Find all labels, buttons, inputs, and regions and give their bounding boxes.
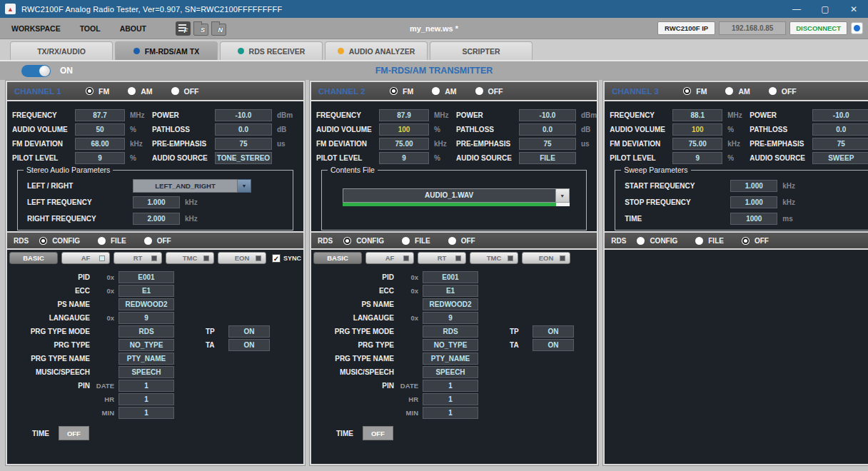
fm-deviation-field[interactable]: 75.00	[379, 138, 429, 150]
ta-field[interactable]: ON	[228, 339, 270, 351]
prg-type-field[interactable]: NO_TYPE	[423, 339, 478, 351]
tab-scripter[interactable]: SCRIPTER	[430, 41, 533, 60]
power-field[interactable]: -10.0	[519, 109, 576, 121]
sync-checkbox[interactable]: ✓SYNC	[272, 254, 301, 263]
rds-tab-af[interactable]: AF	[365, 252, 414, 264]
ta-field[interactable]: ON	[533, 339, 574, 351]
tab-tx-rx-audio[interactable]: TX/RX/AUDIO	[10, 41, 113, 60]
ecc-field[interactable]: E1	[423, 285, 478, 297]
rds-tab-basic[interactable]: BASIC	[9, 252, 58, 264]
ch1-mode-option-off[interactable]: OFF	[171, 87, 199, 96]
pre-emphasis-field[interactable]: 75	[215, 138, 272, 150]
audio-source-field[interactable]: FILE	[519, 152, 576, 164]
langauge-field[interactable]: 9	[118, 312, 174, 324]
left-frequency-field[interactable]: 1.000	[133, 196, 180, 208]
disconnect-button[interactable]: DISCONNECT	[789, 21, 847, 35]
music-speech-field[interactable]: SPEECH	[423, 366, 478, 378]
close-button[interactable]: ✕	[839, 0, 868, 18]
ch1-rds-option-off[interactable]: OFF	[144, 237, 171, 245]
ch1-mode-option-am[interactable]: AM	[128, 87, 152, 96]
prg-type-mode-field[interactable]: RDS	[118, 325, 174, 338]
ch1-rds-option-file[interactable]: FILE	[98, 237, 126, 245]
tab-rds-receiver[interactable]: RDS RECEIVER	[220, 41, 323, 60]
pin-field[interactable]: 1	[118, 380, 174, 392]
ps-name-field[interactable]: REDWOOD2	[423, 298, 478, 310]
minimize-button[interactable]: —	[782, 0, 811, 18]
prg-type-mode-field[interactable]: RDS	[423, 325, 478, 338]
right-frequency-field[interactable]: 2.000	[133, 213, 180, 225]
power-field[interactable]: -10.0	[215, 109, 272, 121]
ch3-mode-option-am[interactable]: AM	[725, 87, 750, 96]
fm-deviation-field[interactable]: 68.00	[75, 138, 125, 150]
ps-name-field[interactable]: REDWOOD2	[118, 298, 174, 310]
hr-field[interactable]: 1	[423, 393, 478, 405]
ch2-mode-option-am[interactable]: AM	[432, 87, 456, 96]
fm-deviation-field[interactable]: 75.00	[672, 138, 722, 150]
prg-type-name-field[interactable]: PTY_NAME	[118, 353, 174, 365]
ch3-mode-option-off[interactable]: OFF	[769, 87, 797, 96]
pilot-level-field[interactable]: 9	[672, 152, 722, 164]
pathloss-field[interactable]: 0.0	[215, 123, 272, 136]
audio-volume-field[interactable]: 100	[672, 123, 722, 136]
menu-workspace[interactable]: WORKSPACE	[11, 24, 61, 33]
ip-address-field[interactable]: 192.168.0.85	[719, 21, 786, 35]
start-frequency-field[interactable]: 1.000	[730, 180, 777, 192]
frequency-field[interactable]: 87.7	[75, 109, 125, 121]
tp-field[interactable]: ON	[228, 325, 270, 338]
rds-tab-tmc[interactable]: TMC	[470, 252, 518, 264]
rds-tab-eon[interactable]: EON	[218, 252, 266, 264]
pre-emphasis-field[interactable]: 75	[812, 138, 868, 150]
time-toggle-button[interactable]: OFF	[363, 426, 393, 440]
tp-field[interactable]: ON	[533, 325, 574, 338]
music-speech-field[interactable]: SPEECH	[118, 366, 174, 378]
time-toggle-button[interactable]: OFF	[59, 426, 89, 440]
pid-field[interactable]: E001	[118, 271, 174, 283]
rds-tab-basic[interactable]: BASIC	[313, 252, 362, 264]
pid-field[interactable]: E001	[423, 271, 478, 283]
frequency-list-icon[interactable]: F	[176, 21, 191, 36]
frequency-field[interactable]: 87.9	[379, 109, 429, 121]
save-workspace-icon[interactable]: S	[193, 24, 208, 36]
audio-volume-field[interactable]: 50	[75, 123, 125, 136]
pathloss-field[interactable]: 0.0	[812, 123, 868, 136]
min-field[interactable]: 1	[118, 407, 174, 419]
frequency-field[interactable]: 88.1	[672, 109, 722, 121]
ch3-rds-option-file[interactable]: FILE	[695, 237, 724, 245]
menu-about[interactable]: ABOUT	[120, 24, 146, 33]
tab-fm-rds-am-tx[interactable]: FM-RDS/AM TX	[115, 41, 218, 60]
ch2-mode-option-off[interactable]: OFF	[475, 87, 503, 96]
left-right-dropdown[interactable]: LEFT_AND_RIGHT▼	[133, 179, 251, 193]
pin-field[interactable]: 1	[423, 380, 478, 392]
stop-frequency-field[interactable]: 1.000	[730, 196, 777, 208]
pre-emphasis-field[interactable]: 75	[519, 138, 576, 150]
ch1-mode-option-fm[interactable]: FM	[86, 87, 109, 96]
prg-type-name-field[interactable]: PTY_NAME	[423, 353, 478, 365]
rds-tab-eon[interactable]: EON	[522, 252, 570, 264]
hr-field[interactable]: 1	[118, 393, 174, 405]
maximize-button[interactable]: ▢	[811, 0, 839, 18]
min-field[interactable]: 1	[423, 407, 478, 419]
rds-tab-af[interactable]: AF	[61, 252, 110, 264]
time-field[interactable]: 1000	[730, 213, 777, 225]
contents-file-dropdown[interactable]: AUDIO_1.WAV▼	[343, 188, 570, 206]
rds-tab-rt[interactable]: RT	[418, 252, 466, 264]
rds-tab-rt[interactable]: RT	[113, 252, 162, 264]
audio-volume-field[interactable]: 100	[379, 123, 429, 136]
ch2-rds-option-off[interactable]: OFF	[448, 237, 475, 245]
power-field[interactable]: -10.0	[812, 109, 868, 121]
ch1-rds-option-config[interactable]: CONFIG	[39, 237, 80, 245]
tab-audio-analyzer[interactable]: AUDIO ANALYZER	[325, 41, 428, 60]
ch3-rds-option-off[interactable]: OFF	[742, 237, 769, 245]
ecc-field[interactable]: E1	[118, 285, 174, 297]
ch3-mode-option-fm[interactable]: FM	[683, 87, 707, 96]
pilot-level-field[interactable]: 9	[379, 152, 429, 164]
ch2-rds-option-config[interactable]: CONFIG	[343, 237, 384, 245]
new-workspace-icon[interactable]: N	[211, 24, 226, 36]
ch2-rds-option-file[interactable]: FILE	[402, 237, 430, 245]
pilot-level-field[interactable]: 9	[75, 152, 125, 164]
ch3-rds-option-config[interactable]: CONFIG	[637, 237, 677, 245]
prg-type-field[interactable]: NO_TYPE	[118, 339, 174, 351]
ch2-mode-option-fm[interactable]: FM	[390, 87, 413, 96]
langauge-field[interactable]: 9	[423, 312, 478, 324]
menu-tool[interactable]: TOOL	[80, 24, 101, 33]
